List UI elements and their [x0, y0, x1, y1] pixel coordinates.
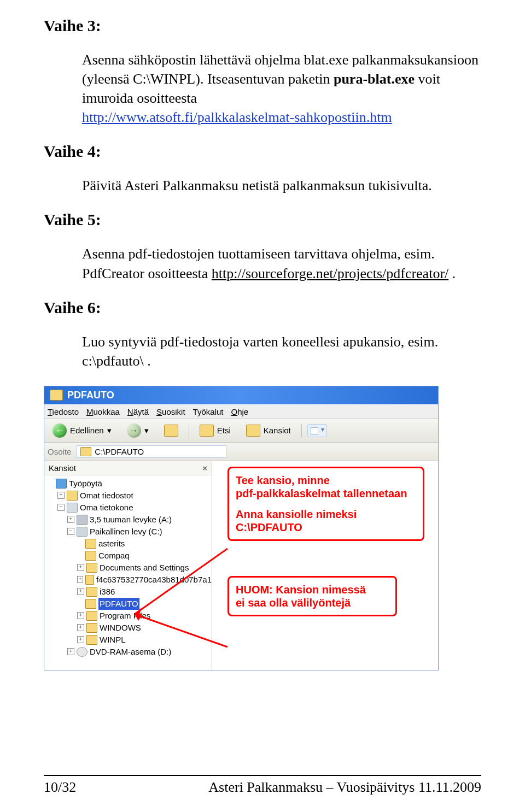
toolbar-divider	[301, 423, 302, 438]
folders-button[interactable]: Kansiot	[241, 423, 296, 438]
menu-tiedosto[interactable]: Tiedosto	[48, 407, 79, 416]
tree-floppy[interactable]: +3,5 tuuman levyke (A:)	[48, 514, 212, 526]
folders-label: Kansiot	[264, 426, 291, 435]
annotation-box-2: HUOM: Kansion nimessä ei saa olla välily…	[228, 576, 397, 616]
menu-ohje[interactable]: Ohje	[231, 407, 248, 416]
annot1-line1: Tee kansio, minne	[236, 474, 416, 487]
folder-icon	[50, 390, 63, 401]
search-button[interactable]: Etsi	[195, 423, 236, 438]
sidebar-header: Kansiot ×	[44, 461, 212, 475]
forward-button[interactable]: → ▾	[122, 422, 154, 439]
p5-link: http://sourceforge.net/projects/pdfcreat…	[212, 266, 448, 281]
footer-title: Asteri Palkanmaksu – Vuosipäivitys 11.11…	[208, 779, 481, 796]
p3-bold: pura-blat.exe	[334, 71, 415, 87]
tree-desktop[interactable]: Työpöytä	[48, 478, 212, 490]
annotation-box-1: Tee kansio, minne pdf-palkkalaskelmat ta…	[228, 467, 424, 541]
up-button[interactable]	[159, 423, 183, 438]
tree-hdd[interactable]: −Paikallinen levy (C:)	[48, 526, 212, 538]
paragraph-vaihe6: Luo syntyviä pdf-tiedostoja varten konee…	[82, 332, 481, 370]
tree-folder[interactable]: +Documents and Settings	[48, 562, 212, 574]
paragraph-vaihe4: Päivitä Asteri Palkanmaksu netistä palka…	[82, 176, 481, 195]
address-field[interactable]: C:\PDFAUTO	[77, 445, 226, 458]
up-folder-icon	[164, 425, 178, 437]
address-label: Osoite	[48, 447, 71, 456]
tree-folder[interactable]: +f4c637532770ca43b81d07b7a1	[48, 574, 212, 586]
window-title: PDFAUTO	[67, 390, 114, 401]
toolbar-divider	[189, 423, 189, 438]
menu-tyokalut[interactable]: Työkalut	[193, 407, 224, 416]
views-button[interactable]	[307, 424, 327, 437]
sidebar-title: Kansiot	[49, 463, 76, 473]
folder-icon	[80, 447, 91, 456]
tree-folder[interactable]: +WINDOWS	[48, 622, 212, 634]
menu-suosikit[interactable]: Suosikit	[156, 407, 185, 416]
address-bar: Osoite C:\PDFAUTO	[44, 443, 438, 461]
tree-mycomputer[interactable]: −Oma tietokone	[48, 502, 212, 514]
p5-text-b: .	[448, 266, 456, 281]
titlebar: PDFAUTO	[44, 386, 438, 404]
menubar: Tiedosto Muokkaa Näytä Suosikit Työkalut…	[44, 404, 438, 419]
heading-vaihe5: Vaihe 5:	[44, 210, 481, 229]
content-area: Kansiot × Työpöytä +Omat tiedostot −Oma …	[44, 461, 438, 670]
chevron-down-icon: ▾	[144, 426, 149, 436]
file-pane: Tee kansio, minne pdf-palkkalaskelmat ta…	[212, 461, 438, 670]
search-icon	[200, 425, 214, 437]
tree-pdfauto[interactable]: PDFAUTO	[48, 598, 212, 610]
tree-dvd[interactable]: +DVD-RAM-asema (D:)	[48, 646, 212, 658]
toolbar: ← Edellinen ▾ → ▾ Etsi Kansiot	[44, 419, 438, 443]
annot2-line2: ei saa olla välilyöntejä	[236, 596, 389, 609]
annot1-line2: pdf-palkkalaskelmat tallennetaan	[236, 487, 416, 500]
search-label: Etsi	[217, 426, 231, 435]
folders-sidebar: Kansiot × Työpöytä +Omat tiedostot −Oma …	[44, 461, 212, 670]
tree-mydocs[interactable]: +Omat tiedostot	[48, 490, 212, 502]
back-label: Edellinen	[70, 426, 104, 435]
heading-vaihe3: Vaihe 3:	[44, 16, 481, 35]
close-icon[interactable]: ×	[202, 463, 207, 473]
heading-vaihe4: Vaihe 4:	[44, 142, 481, 161]
tree-folder[interactable]: Compaq	[48, 550, 212, 562]
tree-folder[interactable]: +i386	[48, 586, 212, 598]
footer-pageno: 10/32	[44, 779, 76, 796]
menu-muokkaa[interactable]: Muokkaa	[86, 407, 120, 416]
forward-icon: →	[127, 423, 141, 438]
heading-vaihe6: Vaihe 6:	[44, 298, 481, 317]
annot1-line3: Anna kansiolle nimeksi	[236, 508, 416, 521]
back-icon: ←	[52, 423, 67, 438]
folder-tree: Työpöytä +Omat tiedostot −Oma tietokone …	[44, 475, 212, 660]
address-value: C:\PDFAUTO	[95, 447, 144, 456]
page-footer: 10/32 Asteri Palkanmaksu – Vuosipäivitys…	[44, 775, 481, 796]
folders-icon	[246, 425, 260, 437]
tree-folder[interactable]: +Program Files	[48, 610, 212, 622]
menu-nayta[interactable]: Näytä	[127, 407, 149, 416]
paragraph-vaihe5: Asenna pdf-tiedostojen tuottamiseen tarv…	[82, 244, 481, 283]
back-button[interactable]: ← Edellinen ▾	[48, 422, 116, 439]
paragraph-vaihe3: Asenna sähköpostin lähettävä ohjelma bla…	[82, 50, 481, 127]
annot1-line4: C:\PDFAUTO	[236, 521, 416, 534]
tree-folder[interactable]: asterits	[48, 538, 212, 550]
annot2-line1: HUOM: Kansion nimessä	[236, 583, 389, 596]
p3-link[interactable]: http://www.atsoft.fi/palkkalaskelmat-sah…	[82, 109, 392, 125]
chevron-down-icon: ▾	[107, 426, 112, 436]
tree-folder[interactable]: +WINPL	[48, 634, 212, 646]
explorer-window: PDFAUTO Tiedosto Muokkaa Näytä Suosikit …	[44, 386, 439, 670]
